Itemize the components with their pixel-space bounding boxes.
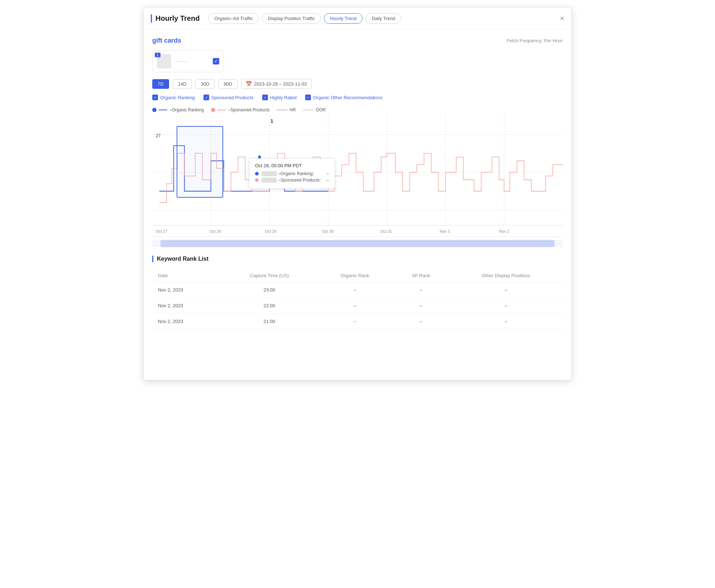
legend-organic-label: –Organic Ranking (169, 107, 204, 112)
tooltip-organic-product-blurred: ············· (261, 171, 277, 176)
cell-sp-3: – (393, 314, 449, 329)
product-card[interactable]: 1 ············ ✓ (152, 50, 224, 72)
table-header-row: Date Capture Time (US) Organic Rank SP R… (152, 269, 563, 282)
legend-row: –Organic Ranking –Sponsored Products HR … (152, 107, 563, 112)
keyword-rank-table: Date Capture Time (US) Organic Rank SP R… (152, 269, 563, 329)
y-axis-label: 27 (156, 133, 160, 138)
legend-hr-line (277, 110, 287, 110)
legend-oor-label: OOR (316, 107, 326, 112)
checkbox-organic[interactable]: ✓ Organic Ranking (152, 95, 195, 100)
legend-sponsored-dot (211, 108, 215, 112)
cell-sp-2: – (393, 298, 449, 314)
product-checkbox[interactable]: ✓ (213, 58, 219, 64)
checkbox-organic-label: Organic Ranking (160, 95, 195, 100)
checkbox-highly-rated-icon: ✓ (262, 95, 268, 100)
keyword-section-title: Keyword Rank List (152, 256, 563, 262)
modal-title: Hourly Trend (151, 14, 200, 23)
legend-organic-line (159, 110, 167, 110)
tooltip-sponsored-value: – (326, 178, 329, 183)
cell-sp-1: – (393, 282, 449, 298)
period-14d[interactable]: 14D (173, 79, 192, 89)
tooltip-sponsored-type: –Sponsored Products: (278, 178, 321, 183)
svg-text:Nov 1: Nov 1 (440, 229, 450, 233)
legend-oor-line (303, 110, 314, 110)
tab-group: Organic–Ad Traffic Display Position Traf… (208, 13, 560, 24)
col-other-display: Other Display Positions (449, 269, 563, 282)
table-body: Nov 2, 2023 23:00 – – – Nov 2, 2023 22:0… (152, 282, 563, 329)
col-organic-rank: Organic Rank (317, 269, 393, 282)
calendar-icon: 📅 (246, 81, 252, 87)
chart-top-number: 1 (270, 118, 273, 124)
legend-oor: OOR (303, 107, 326, 112)
legend-sponsored: –Sponsored Products (211, 107, 269, 112)
legend-sponsored-label: –Sponsored Products (228, 107, 269, 112)
chart-scrollbar[interactable] (152, 240, 563, 247)
tooltip-sponsored-dot (255, 178, 259, 182)
svg-text:Oct 27: Oct 27 (156, 229, 167, 233)
cell-time-1: 23:00 (222, 282, 317, 298)
modal-container: Hourly Trend Organic–Ad Traffic Display … (143, 7, 572, 380)
svg-text:Oct 31: Oct 31 (380, 229, 392, 233)
tab-daily-trend[interactable]: Daily Trend (365, 13, 401, 24)
modal-header: Hourly Trend Organic–Ad Traffic Display … (144, 8, 571, 30)
cell-other-3: – (449, 314, 563, 329)
cell-organic-2: – (317, 298, 393, 314)
product-header: gift cards Fetch Frequency: Per Hour (152, 37, 563, 44)
cell-other-2: – (449, 298, 563, 314)
chart-tooltip: Oct 28, 05:00 PM PDT ············· –Orga… (249, 158, 335, 189)
svg-text:Nov 2: Nov 2 (499, 229, 509, 233)
checkbox-oor-label: Organic Other Recommendations (313, 95, 383, 100)
period-90d[interactable]: 90D (218, 79, 237, 89)
svg-text:Oct 29: Oct 29 (265, 229, 276, 233)
table-row: Nov 2, 2023 22:00 – – – (152, 298, 563, 314)
fetch-frequency: Fetch Frequency: Per Hour (507, 38, 563, 43)
checkbox-highly-rated[interactable]: ✓ Highly Rated (262, 95, 297, 100)
product-name: ············ (175, 59, 209, 63)
tab-organic-ad[interactable]: Organic–Ad Traffic (208, 13, 259, 24)
chart-selection-box[interactable] (177, 126, 223, 198)
tooltip-sponsored-row: ············· –Sponsored Products: – (255, 178, 329, 183)
tab-hourly-trend[interactable]: Hourly Trend (324, 13, 363, 24)
checkbox-sponsored-icon: ✓ (203, 95, 209, 100)
scrollbar-thumb[interactable] (160, 240, 555, 247)
table-header: Date Capture Time (US) Organic Rank SP R… (152, 269, 563, 282)
cell-date-3: Nov 2, 2023 (152, 314, 222, 329)
checkbox-sponsored-label: Sponsored Products (211, 95, 254, 100)
cell-organic-3: – (317, 314, 393, 329)
controls-row: 7D 14D 30D 90D 📅 2023-10-26 – 2023-11-02 (152, 79, 563, 89)
date-range-picker[interactable]: 📅 2023-10-26 – 2023-11-02 (241, 79, 311, 89)
tooltip-organic-type: –Organic Ranking: (278, 171, 314, 176)
table-row: Nov 2, 2023 23:00 – – – (152, 282, 563, 298)
chart-area[interactable]: 27 1 (152, 115, 563, 237)
col-sp-rank: SP Rank (393, 269, 449, 282)
close-button[interactable]: × (560, 14, 564, 23)
cell-time-2: 22:00 (222, 298, 317, 314)
svg-text:Oct 30: Oct 30 (322, 229, 333, 233)
cell-time-3: 21:00 (222, 314, 317, 329)
col-capture-time: Capture Time (US) (222, 269, 317, 282)
tooltip-time: Oct 28, 05:00 PM PDT (255, 163, 329, 168)
period-7d[interactable]: 7D (152, 79, 169, 89)
legend-sponsored-line (217, 110, 226, 110)
col-date: Date (152, 269, 222, 282)
modal-content: gift cards Fetch Frequency: Per Hour 1 ·… (144, 30, 571, 337)
date-range-text: 2023-10-26 – 2023-11-02 (254, 81, 307, 87)
legend-hr: HR (277, 107, 296, 112)
card-badge: 1 (155, 53, 160, 57)
cell-date-2: Nov 2, 2023 (152, 298, 222, 314)
table-row: Nov 2, 2023 21:00 – – – (152, 314, 563, 329)
tooltip-sponsored-blurred: ············· (261, 178, 277, 183)
filter-checkboxes: ✓ Organic Ranking ✓ Sponsored Products ✓… (152, 95, 563, 100)
svg-text:Oct 28: Oct 28 (210, 229, 221, 233)
checkbox-oor-icon: ✓ (305, 95, 311, 100)
checkbox-sponsored[interactable]: ✓ Sponsored Products (203, 95, 254, 100)
tooltip-sponsored-product: ············· –Sponsored Products: (261, 178, 323, 183)
tooltip-organic-dot (255, 172, 259, 175)
legend-organic: –Organic Ranking (152, 107, 204, 112)
checkbox-oor[interactable]: ✓ Organic Other Recommendations (305, 95, 383, 100)
product-card-row: 1 ············ ✓ (152, 50, 563, 72)
checkbox-organic-icon: ✓ (152, 95, 158, 100)
tab-display-position[interactable]: Display Position Traffic (262, 13, 321, 24)
period-30d[interactable]: 30D (195, 79, 215, 89)
cell-other-1: – (449, 282, 563, 298)
